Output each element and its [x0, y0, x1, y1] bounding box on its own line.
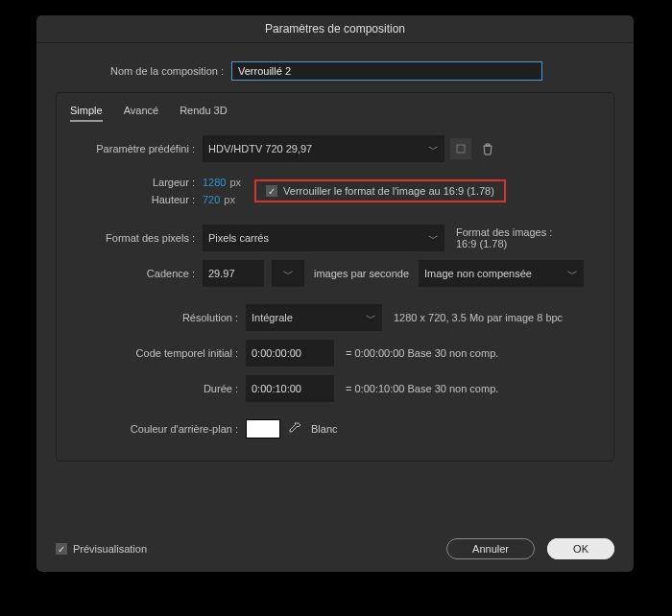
pixel-format-value: Pixels carrés: [208, 232, 269, 244]
resolution-row: Résolution : Intégrale ﹀ 1280 x 720, 3.5…: [70, 304, 600, 331]
cancel-button[interactable]: Annuler: [446, 538, 535, 559]
save-preset-button[interactable]: [450, 138, 471, 159]
dialog-content: Nom de la composition : Simple Avancé Re…: [36, 43, 634, 530]
cadence-row: Cadence : 29.97 ﹀ images par seconde Ima…: [70, 260, 600, 287]
preset-row: Paramètre prédéfini : HDV/HDTV 720 29,97…: [70, 135, 600, 162]
preview-checkbox[interactable]: ✓: [56, 543, 67, 555]
height-row: Hauteur : 720 px: [70, 194, 254, 205]
bg-color-name: Blanc: [311, 423, 338, 435]
lock-aspect-label: Verrouiller le format de l'image au 16:9…: [283, 185, 494, 197]
plus-icon: [455, 143, 467, 154]
width-label: Largeur :: [70, 177, 203, 188]
tab-render3d[interactable]: Rendu 3D: [180, 105, 228, 122]
duration-input[interactable]: 0:00:10:00: [246, 375, 334, 402]
preset-label: Paramètre prédéfini :: [70, 143, 203, 154]
comp-name-input[interactable]: [231, 61, 542, 81]
resolution-select[interactable]: Intégrale ﹀: [246, 304, 382, 331]
dialog-title: Paramètres de composition: [36, 15, 634, 43]
eyedropper-button[interactable]: [288, 422, 301, 436]
lock-aspect-checkbox[interactable]: ✓: [266, 185, 277, 197]
tabs: Simple Avancé Rendu 3D: [70, 105, 600, 122]
eyedropper-icon: [288, 422, 301, 436]
bg-color-row: Couleur d'arrière-plan : Blanc: [70, 419, 600, 438]
chevron-down-icon: ﹀: [428, 142, 439, 156]
bg-color-swatch[interactable]: [246, 419, 280, 438]
composition-settings-dialog: Paramètres de composition Nom de la comp…: [36, 15, 634, 572]
chevron-down-icon: ﹀: [366, 311, 376, 325]
chevron-down-icon: ﹀: [567, 267, 578, 281]
chevron-down-icon: ﹀: [428, 231, 439, 246]
start-tc-info: = 0:00:00:00 Base 30 non comp.: [346, 347, 498, 359]
preview-toggle[interactable]: ✓ Prévisualisation: [56, 543, 147, 555]
tab-advanced[interactable]: Avancé: [124, 105, 159, 122]
height-value[interactable]: 720: [203, 194, 220, 205]
width-row: Largeur : 1280 px: [70, 177, 254, 188]
frame-aspect-value: 16:9 (1.78): [456, 238, 552, 249]
settings-panel: Simple Avancé Rendu 3D Paramètre prédéfi…: [56, 92, 614, 462]
preset-value: HDV/HDTV 720 29,97: [208, 143, 312, 154]
bg-color-label: Couleur d'arrière-plan :: [70, 423, 246, 435]
cadence-units-label: images par seconde: [314, 268, 409, 279]
start-tc-input[interactable]: 0:00:00:00: [246, 340, 334, 367]
duration-label: Durée :: [70, 383, 246, 394]
duration-row: Durée : 0:00:10:00 = 0:00:10:00 Base 30 …: [70, 375, 600, 402]
cadence-input[interactable]: 29.97: [203, 260, 264, 287]
height-label: Hauteur :: [70, 194, 203, 205]
drop-frame-value: Image non compensée: [424, 268, 532, 279]
cadence-label: Cadence :: [70, 268, 203, 279]
lock-aspect-highlight: ✓ Verrouiller le format de l'image au 16…: [254, 179, 506, 202]
preset-select[interactable]: HDV/HDTV 720 29,97 ﹀: [203, 135, 444, 162]
comp-name-row: Nom de la composition :: [56, 61, 614, 81]
width-value[interactable]: 1280: [203, 177, 226, 188]
pixel-format-label: Format des pixels :: [70, 232, 203, 244]
frame-aspect-info: Format des images : 16:9 (1.78): [456, 226, 552, 249]
preview-label: Prévisualisation: [73, 543, 147, 555]
delete-preset-button[interactable]: [477, 138, 498, 159]
pixel-format-select[interactable]: Pixels carrés ﹀: [203, 225, 444, 251]
resolution-label: Résolution :: [70, 312, 246, 323]
width-unit: px: [229, 177, 241, 188]
start-tc-label: Code temporel initial :: [70, 347, 246, 359]
comp-name-label: Nom de la composition :: [56, 65, 231, 77]
pixel-format-row: Format des pixels : Pixels carrés ﹀ Form…: [70, 225, 600, 251]
frame-aspect-label: Format des images :: [456, 226, 552, 238]
resolution-info: 1280 x 720, 3.5 Mo par image 8 bpc: [394, 312, 563, 323]
dialog-footer: ✓ Prévisualisation Annuler OK: [36, 530, 634, 572]
trash-icon: [482, 143, 493, 155]
duration-info: = 0:00:10:00 Base 30 non comp.: [346, 383, 498, 394]
ok-button[interactable]: OK: [547, 538, 614, 559]
tab-simple[interactable]: Simple: [70, 105, 103, 122]
cadence-dropdown[interactable]: ﹀: [272, 260, 304, 287]
chevron-down-icon: ﹀: [283, 267, 294, 281]
footer-buttons: Annuler OK: [437, 543, 614, 555]
resolution-value: Intégrale: [252, 312, 293, 323]
start-tc-row: Code temporel initial : 0:00:00:00 = 0:0…: [70, 340, 600, 367]
height-unit: px: [224, 194, 235, 205]
drop-frame-select[interactable]: Image non compensée ﹀: [419, 260, 584, 287]
